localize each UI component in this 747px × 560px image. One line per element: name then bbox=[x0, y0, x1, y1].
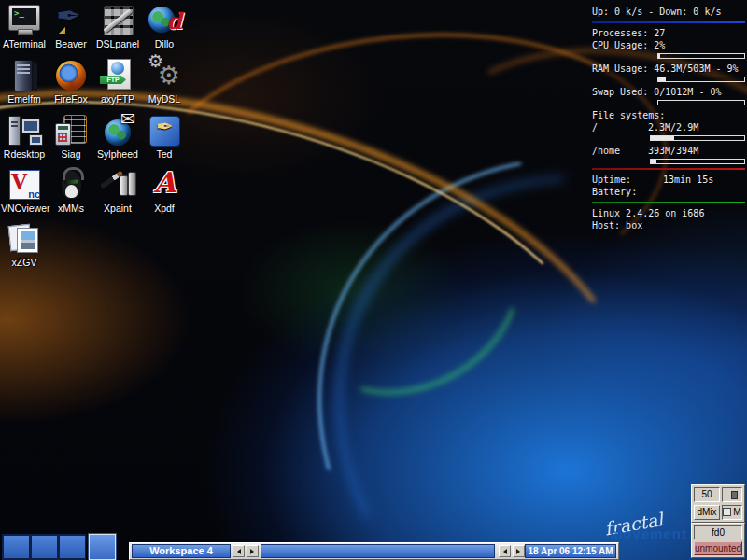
pager-workspace-2[interactable] bbox=[30, 534, 58, 560]
vnc-icon: Vnc bbox=[6, 168, 43, 202]
workspace-prev-button[interactable] bbox=[233, 545, 245, 557]
desktop-icon-xmms[interactable]: xMMs bbox=[48, 168, 94, 214]
swap-usage-text: Swap Used: 0/1012M - 0% bbox=[592, 86, 745, 98]
desktop-icon-axyftp[interactable]: FTP axyFTP bbox=[94, 59, 141, 105]
gears-icon bbox=[146, 59, 183, 92]
pager-workspace-1[interactable] bbox=[2, 534, 30, 560]
control-panel-icon bbox=[99, 4, 136, 37]
os-version-text: Linux 2.4.26 on i686 bbox=[592, 207, 745, 219]
arrow-right-icon bbox=[250, 549, 257, 554]
cpu-usage-bar bbox=[657, 53, 745, 59]
computer-tower-icon bbox=[6, 59, 43, 92]
remote-desktop-icon bbox=[6, 114, 43, 147]
clock: 18 Apr 06 12:15 AM bbox=[525, 544, 616, 558]
vnc-nc-letters: nc bbox=[28, 189, 40, 200]
desktop-icon-rdesktop[interactable]: Rdesktop bbox=[1, 114, 48, 160]
mixer-applet: 50 dMix M bbox=[691, 484, 745, 523]
system-monitor: Up: 0 k/s - Down: 0 k/s Processes: 27 CP… bbox=[592, 6, 745, 231]
volume-value[interactable]: 50 bbox=[694, 487, 720, 502]
desktop-icon-firefox[interactable]: FireFox bbox=[48, 59, 94, 105]
desktop-icon-sylpheed[interactable]: Sylpheed bbox=[94, 114, 141, 160]
taskbar: Workspace 4 18 Apr 06 12:15 AM bbox=[129, 542, 619, 560]
icon-label: Ted bbox=[141, 148, 188, 160]
task-list[interactable] bbox=[261, 544, 495, 558]
fs-home-value: 393M/394M bbox=[648, 145, 698, 157]
volume-slider[interactable] bbox=[722, 487, 742, 502]
checkbox-icon bbox=[723, 508, 731, 516]
swap-usage-bar bbox=[657, 100, 745, 105]
paintbrush-icon bbox=[99, 168, 136, 202]
arrow-left-icon bbox=[500, 549, 507, 554]
desktop-icon-emelfm[interactable]: Emelfm bbox=[1, 59, 48, 105]
icon-label: Emelfm bbox=[1, 93, 48, 105]
ram-usage-text: RAM Usage: 46.3M/503M - 9% bbox=[592, 63, 745, 75]
ram-usage-bar bbox=[657, 77, 745, 82]
processes-text: Processes: 27 bbox=[592, 27, 745, 39]
spreadsheet-calculator-icon bbox=[52, 114, 90, 147]
terminal-icon: >_ bbox=[6, 4, 43, 37]
ftp-banner: FTP bbox=[100, 76, 126, 84]
tasklist-prev-button[interactable] bbox=[499, 545, 511, 557]
mute-label: M bbox=[733, 506, 740, 519]
terminal-prompt: >_ bbox=[12, 8, 36, 25]
desktop-icon-beaver[interactable]: Beaver bbox=[48, 4, 94, 49]
globe-browser-icon: d bbox=[146, 4, 183, 37]
battery-label: Battery: bbox=[592, 186, 663, 198]
desktop-icon-xpdf[interactable]: A Xpdf bbox=[141, 168, 188, 214]
filesystems-title: File systems: bbox=[592, 109, 745, 121]
desktop-icon-xpaint[interactable]: Xpaint bbox=[94, 168, 141, 214]
monitor-blue-divider bbox=[592, 21, 745, 23]
icon-label: axyFTP bbox=[94, 93, 141, 105]
mount-applet: fd0 unmounted bbox=[691, 523, 745, 558]
net-speed-text: Up: 0 k/s - Down: 0 k/s bbox=[592, 6, 745, 18]
hostname-text: Host: box bbox=[592, 219, 745, 231]
cpu-usage-text: CPU Usage: 2% bbox=[592, 39, 745, 51]
fs-home-label: /home bbox=[592, 145, 648, 157]
desktop-icon-siag[interactable]: Siag bbox=[48, 114, 94, 160]
icon-label: Dillo bbox=[141, 38, 188, 49]
mount-device-button[interactable]: fd0 bbox=[694, 525, 742, 539]
dillo-d-letter: d bbox=[166, 7, 182, 35]
icon-label: VNCviewer bbox=[1, 203, 48, 214]
icon-label: Xpaint bbox=[94, 203, 141, 214]
fs-root-label: / bbox=[592, 121, 648, 133]
icon-label: ATerminal bbox=[1, 38, 48, 49]
vnc-v-letter: V bbox=[11, 169, 27, 193]
firefox-icon bbox=[52, 59, 90, 92]
desktop: >_ ATerminal Beaver DSLpanel d Dillo Eme… bbox=[0, 0, 747, 560]
desktop-icon-vncviewer[interactable]: Vnc VNCviewer bbox=[1, 168, 48, 214]
desktop-icon-ted[interactable]: Ted bbox=[141, 114, 188, 160]
pager-workspace-3[interactable] bbox=[58, 534, 86, 560]
pdf-a-letter: A bbox=[154, 166, 176, 199]
mount-status-button[interactable]: unmounted bbox=[694, 541, 742, 555]
monitor-green-divider bbox=[592, 202, 745, 203]
document-pen-icon bbox=[146, 114, 183, 147]
workspace-pager bbox=[2, 534, 116, 560]
pen-icon bbox=[52, 4, 90, 37]
icon-label: DSLpanel bbox=[94, 38, 141, 49]
icon-label: xMMs bbox=[48, 203, 94, 214]
workspace-button[interactable]: Workspace 4 bbox=[132, 544, 231, 558]
uptime-value: 13min 15s bbox=[663, 174, 713, 186]
desktop-icon-dslpanel[interactable]: DSLpanel bbox=[94, 4, 141, 49]
desktop-icon-mydsl[interactable]: MyDSL bbox=[141, 59, 188, 105]
icon-label: xZGV bbox=[1, 257, 48, 268]
icon-label: Xpdf bbox=[141, 203, 188, 214]
desktop-icon-xzgv[interactable]: xZGV bbox=[1, 222, 48, 268]
icon-label: Sylpheed bbox=[94, 148, 141, 160]
wallpaper-orange-streak-core bbox=[0, 27, 656, 560]
tasklist-next-button[interactable] bbox=[513, 545, 525, 557]
icon-label: Beaver bbox=[48, 38, 94, 49]
uptime-label: Uptime: bbox=[592, 174, 663, 186]
pager-workspace-4[interactable] bbox=[89, 534, 116, 560]
mute-checkbox[interactable]: M bbox=[722, 505, 742, 520]
icon-label: Siag bbox=[48, 148, 94, 160]
battery-row: Battery: bbox=[592, 186, 745, 198]
desktop-icon-aterminal[interactable]: >_ ATerminal bbox=[1, 4, 48, 49]
mixer-button[interactable]: dMix bbox=[694, 505, 720, 520]
desktop-icon-dillo[interactable]: d Dillo bbox=[141, 4, 188, 49]
icon-label: FireFox bbox=[48, 93, 94, 105]
workspace-next-button[interactable] bbox=[247, 545, 259, 557]
ftp-document-icon: FTP bbox=[99, 59, 136, 92]
fs-root-value: 2.3M/2.9M bbox=[648, 121, 698, 133]
